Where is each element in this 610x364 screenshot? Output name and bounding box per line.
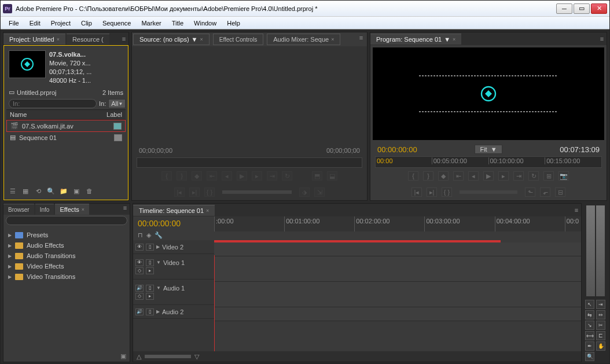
icon-view-icon[interactable]: ▦ — [21, 187, 30, 195]
goto-prev-icon[interactable]: |◂ — [174, 187, 185, 197]
snap-icon[interactable]: ⊓ — [138, 231, 143, 239]
tab-project[interactable]: Project: Untitled× — [3, 34, 65, 45]
lift-icon[interactable]: ⬑ — [525, 187, 535, 197]
effects-folder-video-effects[interactable]: ▶Video Effects — [7, 261, 126, 271]
tab-timeline[interactable]: Timeline: Sequence 01× — [133, 205, 215, 216]
goto-next-icon[interactable]: ▸| — [189, 187, 200, 197]
lock-icon[interactable]: ▯ — [146, 244, 154, 251]
source-ruler[interactable] — [137, 157, 362, 168]
loop-icon[interactable]: ↻ — [528, 171, 539, 181]
loop-icon[interactable]: ↻ — [282, 171, 292, 181]
panel-menu-icon[interactable]: ≡ — [357, 34, 366, 42]
ripple-tool[interactable]: ⇆ — [585, 310, 594, 319]
menu-clip[interactable]: Clip — [76, 19, 97, 28]
effects-search-input[interactable] — [6, 216, 127, 225]
program-ruler[interactable]: 00:00 00:05:00:00 00:10:00:00 00:15:00:0… — [375, 156, 602, 168]
razor-tool[interactable]: ✂ — [596, 321, 605, 330]
close-button[interactable]: ✕ — [591, 3, 607, 14]
goto-in-icon[interactable]: ⇤ — [207, 171, 217, 181]
hand-tool[interactable]: ✋ — [596, 341, 605, 351]
play-icon[interactable]: ▶ — [237, 171, 247, 181]
overwrite-icon[interactable]: ⬓ — [327, 171, 337, 181]
panel-menu-icon[interactable]: ≡ — [119, 35, 128, 43]
track-opt-icon[interactable]: ▸ — [146, 267, 154, 274]
tab-resource[interactable]: Resource ( — [67, 34, 109, 45]
list-item[interactable]: 🎬 07.S.volkami.jit.av — [6, 120, 126, 132]
panel-menu-icon[interactable]: ≡ — [597, 35, 607, 43]
tab-program[interactable]: Program: Sequence 01▼× — [370, 34, 461, 45]
program-tc-current[interactable]: 00:00:00:00 — [377, 145, 417, 154]
wrench-icon[interactable]: 🔧 — [155, 231, 163, 239]
lock-icon[interactable]: ▯ — [146, 259, 154, 266]
next-edit-icon[interactable]: ▸| — [427, 187, 437, 197]
rolling-tool[interactable]: ⇔ — [596, 310, 605, 319]
in-out-icon[interactable]: { } — [442, 187, 452, 197]
step-fwd-icon[interactable]: ▸ — [252, 171, 262, 181]
label-swatch[interactable] — [113, 123, 122, 130]
source-tc-in[interactable]: 00;00;00;00 — [139, 147, 172, 154]
maximize-button[interactable]: ▭ — [574, 3, 590, 14]
tab-browser[interactable]: Browser — [3, 204, 34, 215]
extract-icon[interactable]: ⬐ — [540, 187, 550, 197]
trim-icon[interactable]: ⊟ — [555, 187, 565, 197]
tab-source[interactable]: Source: (no clips)▼× — [133, 34, 210, 45]
marker-icon[interactable]: ◆ — [192, 171, 202, 181]
export-frame-icon[interactable]: 📷 — [558, 171, 569, 181]
zoom-select[interactable]: Fit▼ — [475, 145, 502, 154]
goto-out-icon[interactable]: ⇥ — [267, 171, 277, 181]
col-label[interactable]: Label — [106, 111, 122, 118]
timeline-tc[interactable]: 00:00:00:00 — [133, 216, 214, 230]
tab-effect-controls[interactable]: Effect Controls — [213, 34, 263, 45]
effects-folder-video-transitions[interactable]: ▶Video Transitions — [7, 271, 126, 282]
tab-effects[interactable]: Effects× — [55, 204, 89, 215]
set-in-icon[interactable]: { — [161, 171, 172, 181]
new-bin-icon[interactable]: ▣ — [120, 352, 126, 361]
set-out-icon[interactable]: } — [423, 171, 433, 181]
insert-icon[interactable]: ⬒ — [312, 171, 322, 181]
timeline-ruler[interactable]: :00:00 00:01:00:00 00:02:00:00 00:03:00:… — [214, 216, 581, 231]
export-icon[interactable]: ⇲ — [314, 187, 325, 197]
menu-sequence[interactable]: Sequence — [98, 19, 136, 28]
rate-tool[interactable]: ↘ — [585, 321, 594, 330]
track-opt-icon[interactable]: ▸ — [146, 293, 154, 300]
shuttle-icon[interactable]: ⬗ — [299, 187, 310, 197]
in-out-icon[interactable]: { } — [204, 187, 215, 197]
track-select-tool[interactable]: ⇥ — [596, 300, 605, 309]
automate-icon[interactable]: ⟲ — [34, 187, 42, 195]
list-view-icon[interactable]: ☰ — [9, 187, 17, 195]
lock-icon[interactable]: ▯ — [146, 308, 154, 315]
col-name[interactable]: Name — [10, 111, 27, 118]
tab-info[interactable]: Info — [35, 204, 54, 215]
playhead[interactable] — [214, 255, 215, 351]
slip-tool[interactable]: ⟷ — [585, 331, 594, 340]
eye-icon[interactable]: 👁 — [135, 244, 144, 251]
set-in-icon[interactable]: { — [408, 171, 418, 181]
slide-tool[interactable]: ⊏ — [596, 331, 605, 340]
filter-select[interactable]: All▼ — [108, 99, 126, 108]
speaker-icon[interactable]: 🔊 — [135, 285, 144, 292]
effects-folder-presets[interactable]: ▶Presets — [7, 230, 126, 240]
speaker-icon[interactable]: 🔊 — [135, 308, 144, 315]
jog-slider[interactable] — [460, 190, 517, 194]
safe-margin-icon[interactable]: ⊞ — [543, 171, 554, 181]
pen-tool[interactable]: ✒ — [585, 341, 594, 351]
jog-slider[interactable] — [222, 190, 292, 194]
track-header-audio1[interactable]: 🔊▯▼Audio 1 ◇▸ — [133, 280, 214, 305]
selection-tool[interactable]: ↖ — [585, 300, 594, 309]
effects-folder-audio-transitions[interactable]: ▶Audio Transitions — [7, 251, 126, 261]
menu-window[interactable]: Window — [189, 19, 221, 28]
step-back-icon[interactable]: ◂ — [222, 171, 232, 181]
eye-icon[interactable]: 👁 — [135, 259, 144, 266]
play-icon[interactable]: ▶ — [483, 171, 494, 181]
timeline-tracks[interactable] — [214, 240, 581, 351]
search-input[interactable] — [9, 99, 97, 108]
step-back-icon[interactable]: ◂ — [468, 171, 479, 181]
trash-icon[interactable]: 🗑 — [85, 187, 93, 195]
step-fwd-icon[interactable]: ▸ — [498, 171, 509, 181]
goto-out-icon[interactable]: ⇥ — [513, 171, 524, 181]
menu-help[interactable]: Help — [222, 19, 245, 28]
menu-file[interactable]: File — [4, 19, 24, 28]
menu-marker[interactable]: Marker — [137, 19, 166, 28]
source-tc-out[interactable]: 00;00;00;00 — [326, 147, 360, 154]
goto-in-icon[interactable]: ⇤ — [453, 171, 464, 181]
